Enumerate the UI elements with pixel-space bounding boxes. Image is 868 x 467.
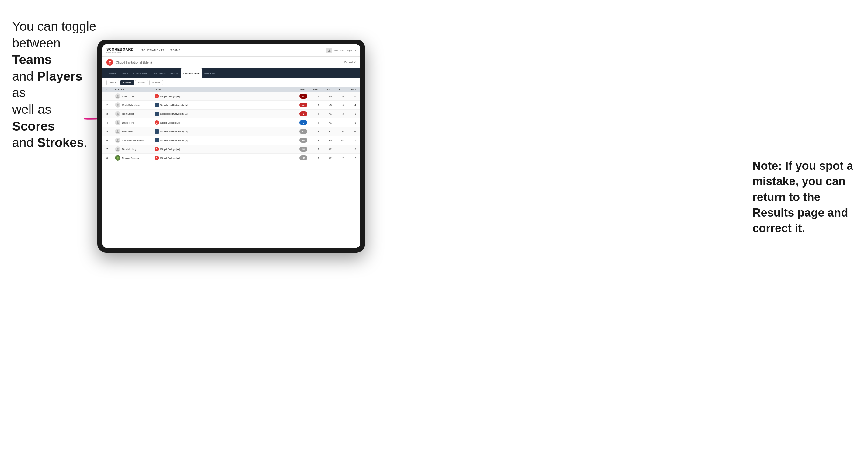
- signout-link[interactable]: Sign out: [347, 49, 356, 52]
- tournament-name: Clippd Invitational (Men): [116, 61, 152, 64]
- thru: F: [307, 113, 319, 115]
- tournament-header: C Clippd Invitational (Men) Cancel ✕: [102, 57, 360, 68]
- note-label: Note: If you spot a mistake, you can ret…: [752, 159, 853, 235]
- teams-bold: Teams: [12, 52, 52, 67]
- rd2: +1: [332, 148, 344, 151]
- team-cell: C Clippd College [A]: [155, 147, 289, 151]
- tab-leaderboards[interactable]: Leaderboards: [181, 68, 202, 78]
- table-row: 8 Marcus Turners C Clippd College [A] +1…: [102, 154, 360, 162]
- team-cell: Scoreboard University [A]: [155, 103, 289, 107]
- rd1: +5: [319, 139, 332, 142]
- total: E: [289, 120, 307, 125]
- leaderboard-table: # PLAYER TEAM TOTAL THRU RD1 RD2 RD3 1 E…: [102, 87, 360, 248]
- team-logo-scoreboard: [155, 129, 159, 133]
- col-rd3: RD3: [344, 89, 356, 91]
- rd1: +1: [319, 130, 332, 133]
- thru: F: [307, 95, 319, 98]
- rank: 7: [106, 148, 115, 151]
- rd1: +2: [319, 157, 332, 159]
- user-label: Test User |: [334, 49, 345, 52]
- team-cell: Scoreboard University [A]: [155, 112, 289, 116]
- strokes-bold: Strokes: [37, 135, 84, 150]
- table-row: 5 Rees Britt Scoreboard University [A] +…: [102, 127, 360, 136]
- avatar: [115, 129, 121, 134]
- rank: 3: [106, 113, 115, 115]
- table-row: 1 Elliot Ebert C Clippd College [A] -8 F…: [102, 92, 360, 101]
- col-rd2: RD2: [332, 89, 344, 91]
- tab-results[interactable]: Results: [168, 68, 181, 78]
- rd3: -1: [344, 139, 356, 142]
- svg-point-2: [117, 95, 118, 96]
- total: -2: [289, 111, 307, 116]
- table-row: 4 David Ford C Clippd College [A] E F +1…: [102, 118, 360, 127]
- main-nav: TOURNAMENTS TEAMS: [138, 44, 183, 57]
- rank: 6: [106, 139, 115, 142]
- col-rd1: RD1: [319, 89, 332, 91]
- tab-details[interactable]: Details: [106, 68, 119, 78]
- player-cell: Elliot Ebert: [115, 93, 155, 99]
- total: +1: [289, 129, 307, 134]
- team-logo-scoreboard: [155, 138, 159, 143]
- rd1: +3: [319, 95, 332, 98]
- nav-teams[interactable]: TEAMS: [167, 44, 184, 57]
- total: +11: [289, 155, 307, 160]
- avatar: [115, 146, 121, 152]
- total: +6: [289, 147, 307, 152]
- team-logo-scoreboard: [155, 103, 159, 107]
- total: +6: [289, 138, 307, 143]
- thru: F: [307, 157, 319, 159]
- team-logo-clippd: C: [155, 94, 159, 98]
- rd2: +7: [332, 157, 344, 159]
- col-thru: THRU: [307, 89, 319, 91]
- rd2: E: [332, 130, 344, 133]
- rd3: -1: [344, 113, 356, 115]
- header-right: Test User | Sign out: [327, 48, 356, 53]
- toggle-teams[interactable]: Teams: [106, 80, 119, 85]
- player-cell: Rich Butler: [115, 111, 155, 117]
- team-cell: C Clippd College [A]: [155, 94, 289, 98]
- close-icon: ✕: [353, 61, 356, 64]
- avatar: [115, 111, 121, 117]
- toggle-players[interactable]: Players: [121, 80, 134, 85]
- tab-printables[interactable]: Printables: [202, 68, 218, 78]
- rank: 4: [106, 121, 115, 124]
- tablet-frame: SCOREBOARD Powered by clippd TOURNAMENTS…: [97, 39, 365, 252]
- nav-tournaments[interactable]: TOURNAMENTS: [138, 44, 167, 57]
- rd3: -4: [344, 104, 356, 106]
- player-cell: Blair McHarg: [115, 146, 155, 152]
- rd2: +5: [332, 104, 344, 106]
- tournament-logo: C: [106, 59, 113, 66]
- thru: F: [307, 139, 319, 142]
- cancel-button[interactable]: Cancel ✕: [344, 61, 356, 64]
- rd2: -4: [332, 121, 344, 124]
- rank: 8: [106, 157, 115, 159]
- tab-course-setup[interactable]: Course Setup: [131, 68, 151, 78]
- toggle-strokes[interactable]: Strokes: [149, 80, 163, 85]
- table-row: 7 Blair McHarg C Clippd College [A] +6 F…: [102, 145, 360, 154]
- team-logo-clippd: C: [155, 156, 159, 160]
- toggle-row: Teams Players Scores Strokes: [102, 78, 360, 87]
- svg-point-1: [328, 49, 330, 51]
- svg-point-4: [117, 113, 118, 114]
- rd2: -2: [332, 113, 344, 115]
- total: -8: [289, 94, 307, 99]
- thru: F: [307, 104, 319, 106]
- logo-subtitle: Powered by clippd: [106, 52, 133, 53]
- avatar: [115, 137, 121, 143]
- tab-teams[interactable]: Teams: [119, 68, 131, 78]
- user-avatar: [327, 48, 332, 53]
- player-cell: Rees Britt: [115, 129, 155, 134]
- total: -4: [289, 102, 307, 107]
- rd3: +3: [344, 121, 356, 124]
- scores-bold: Scores: [12, 119, 55, 133]
- svg-point-7: [117, 139, 118, 141]
- toggle-scores[interactable]: Scores: [135, 80, 148, 85]
- rd1: +2: [319, 148, 332, 151]
- table-header: # PLAYER TEAM TOTAL THRU RD1 RD2 RD3: [102, 87, 360, 92]
- app-header: SCOREBOARD Powered by clippd TOURNAMENTS…: [102, 44, 360, 57]
- tab-tee-groups[interactable]: Tee Groups: [151, 68, 168, 78]
- rd3: E: [344, 130, 356, 133]
- rd3: -5: [344, 95, 356, 98]
- right-annotation: Note: If you spot a mistake, you can ret…: [752, 158, 856, 236]
- player-cell: Chris Robertson: [115, 102, 155, 108]
